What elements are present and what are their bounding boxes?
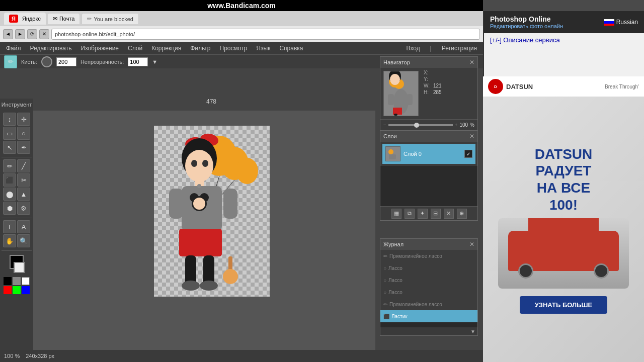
layers-empty-area <box>380 166 477 206</box>
tool-row-8: T A <box>3 220 30 233</box>
tool-hand[interactable]: ✋ <box>3 234 16 247</box>
tool-blur[interactable]: ⬤ <box>3 188 16 201</box>
menu-filter[interactable]: Фильтр <box>186 44 214 53</box>
ps-service-link[interactable]: [+/-] Описание сервиса <box>484 33 644 47</box>
layer-btn-add[interactable]: ⊕ <box>457 209 467 219</box>
tool-row-9: ✋ 🔍 <box>3 234 30 247</box>
datsun-main: DATSUN РАДУЕТ НА ВСЕ 100! УЗНАТЬ БОЛЬШЕ <box>483 97 644 362</box>
tab-blocked[interactable]: ✏ You are blocked <box>82 13 139 24</box>
reload-button[interactable]: ⟳ <box>27 29 37 39</box>
lang-label: Russian <box>616 19 638 26</box>
navigator-close-button[interactable]: ✕ <box>469 59 474 66</box>
palette-red[interactable] <box>4 286 12 294</box>
svg-rect-42 <box>389 154 396 159</box>
layers-close-button[interactable]: ✕ <box>469 133 474 140</box>
svg-point-18 <box>193 198 205 210</box>
history-item-5[interactable]: ⬛ Ластик <box>380 310 477 322</box>
datsun-cta-button[interactable]: УЗНАТЬ БОЛЬШЕ <box>520 296 608 314</box>
layer-visibility-checkbox[interactable]: ✓ <box>464 150 472 158</box>
status-zoom: 100 % <box>4 353 20 359</box>
menu-correction[interactable]: Коррекция <box>147 44 185 53</box>
tool-transform[interactable]: ✛ <box>17 113 30 126</box>
layer-0-name: Слой 0 <box>404 151 461 157</box>
ps-panel-lang[interactable]: Russian <box>604 19 638 26</box>
mail-icon: ✉ <box>53 16 57 22</box>
navigator-title-bar: Навигатор ✕ <box>380 57 477 68</box>
menu-login[interactable]: Вход <box>403 44 424 53</box>
tool-text[interactable]: T <box>3 220 16 233</box>
history-item-1[interactable]: ○ Лассо <box>380 262 477 274</box>
layer-btn-3[interactable]: ✦ <box>418 209 428 219</box>
tool-crop[interactable]: ↖ <box>3 141 16 154</box>
palette-black[interactable] <box>4 277 12 285</box>
nav-y-label: Y: <box>424 76 431 82</box>
nav-h-row: H: 285 <box>424 89 442 95</box>
navigator-panel: Навигатор ✕ <box>380 56 478 131</box>
eraser-tool-active[interactable]: ✏ <box>4 55 17 68</box>
nav-h-value: 285 <box>433 89 442 95</box>
history-item-2[interactable]: ○ Лассо <box>380 274 477 286</box>
address-bar[interactable]: photoshop-online.biz/edit_photo/ <box>51 29 480 40</box>
car-body <box>508 231 619 271</box>
zoom-slider[interactable] <box>388 124 453 126</box>
tool-brush[interactable]: ✏ <box>3 159 16 172</box>
palette-gray[interactable] <box>13 277 21 285</box>
datsun-advertisement[interactable]: D DATSUN Break Through' DATSUN РАДУЕТ НА… <box>483 76 644 362</box>
tool-text-vertical[interactable]: A <box>17 220 30 233</box>
tool-pen[interactable]: ✒ <box>17 141 30 154</box>
service-link-text[interactable]: [+/-] Описание сервиса <box>490 36 560 44</box>
forward-button[interactable]: ► <box>15 29 25 39</box>
tool-rect-select[interactable]: ▭ <box>3 127 16 140</box>
tool-lasso[interactable]: ○ <box>17 127 30 140</box>
tool-dodge[interactable]: ▲ <box>17 188 30 201</box>
stop-button[interactable]: ✕ <box>39 29 49 39</box>
layer-btn-delete[interactable]: ⊟ <box>431 209 441 219</box>
background-color[interactable] <box>14 262 25 273</box>
layer-btn-close[interactable]: ✕ <box>444 209 454 219</box>
palette-green[interactable] <box>13 286 21 294</box>
zoom-in-icon[interactable]: + <box>455 122 458 128</box>
menu-image[interactable]: Изображение <box>76 44 123 53</box>
opacity-input[interactable] <box>128 57 148 66</box>
layer-thumb-0 <box>385 146 400 161</box>
brush-label: Кисть: <box>21 59 37 65</box>
menu-register[interactable]: Регистрация <box>438 44 481 53</box>
canvas-area[interactable] <box>33 111 375 362</box>
menu-edit[interactable]: Редактировать <box>26 44 76 53</box>
tab-yandex[interactable]: Я Яндекс <box>4 13 46 25</box>
menu-layer[interactable]: Слой <box>124 44 146 53</box>
tab-mail[interactable]: ✉ Почта <box>48 14 80 24</box>
menu-sep: | <box>426 44 436 53</box>
history-item-4[interactable]: ✏ Прямолинейное лассо <box>380 298 477 310</box>
palette-white[interactable] <box>22 277 30 285</box>
layer-btn-2[interactable]: ⧉ <box>405 209 415 219</box>
layer-item-0[interactable]: Слой 0 ✓ <box>382 144 475 164</box>
tool-heal[interactable]: ⬢ <box>3 202 16 215</box>
menu-file[interactable]: Файл <box>2 44 25 53</box>
back-button[interactable]: ◄ <box>3 29 13 39</box>
history-item-0[interactable]: ✏ Прямолинейное лассо <box>380 250 477 262</box>
history-item-3[interactable]: ○ Лассо <box>380 286 477 298</box>
menu-lang[interactable]: Язык <box>252 44 274 53</box>
tool-clone[interactable]: ✂ <box>17 173 30 187</box>
history-scroll-down[interactable]: ▼ <box>470 329 475 334</box>
menu-help[interactable]: Справка <box>275 44 307 53</box>
history-close-button[interactable]: ✕ <box>469 241 474 248</box>
menu-view[interactable]: Просмотр <box>216 44 252 53</box>
bandicam-watermark: www.Bandicam.com <box>0 0 483 11</box>
tool-history[interactable]: ⚙ <box>17 202 30 215</box>
tool-line[interactable]: ╱ <box>17 159 30 172</box>
opacity-dropdown[interactable]: ▼ <box>152 59 157 65</box>
tool-fill[interactable]: ⬛ <box>3 173 16 187</box>
brush-preview <box>41 56 52 67</box>
layer-thumbnail-0 <box>386 147 400 161</box>
ps-panel-header: Photoshop Online Редактировать фото онла… <box>484 11 644 33</box>
brush-size-input[interactable] <box>56 57 76 66</box>
palette-blue[interactable] <box>22 286 30 294</box>
tool-zoom[interactable]: 🔍 <box>17 234 30 247</box>
navigator-zoom-value: 100 <box>459 122 468 128</box>
zoom-out-icon[interactable]: − <box>383 122 386 128</box>
layer-btn-1[interactable]: ▦ <box>391 209 401 219</box>
navigator-preview <box>383 71 419 116</box>
tool-move[interactable]: ↕ <box>3 113 16 126</box>
